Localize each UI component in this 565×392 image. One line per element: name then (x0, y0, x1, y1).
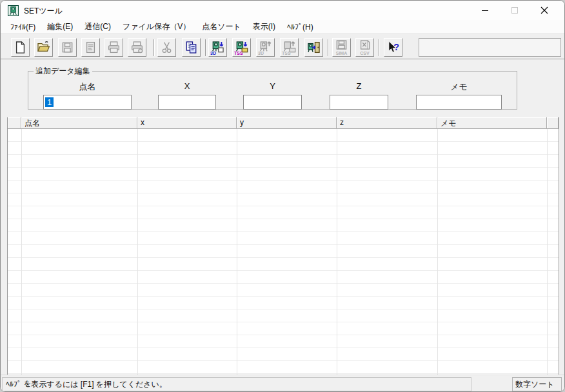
open-folder-icon (37, 41, 50, 54)
save-icon (61, 41, 74, 54)
menu-communication[interactable]: 通信(C) (79, 19, 117, 34)
new-document-icon (14, 41, 27, 54)
label-y: Y (243, 81, 302, 91)
status-sort-mode: 数字ソート (512, 377, 562, 391)
minimize-icon (482, 7, 489, 14)
point-name-input[interactable]: 1 (43, 95, 132, 110)
maximize-icon (511, 7, 519, 14)
toolbar-separator (154, 39, 155, 56)
memo-input[interactable] (416, 95, 502, 110)
send-tss-button: TSS (280, 38, 299, 57)
label-point-name: 点名 (43, 81, 132, 93)
receive-tss-button[interactable]: TSS (232, 38, 251, 57)
header-memo[interactable]: メモ (437, 117, 547, 129)
cut-button (157, 38, 176, 57)
toolbar-separator (379, 39, 380, 56)
label-memo: メモ (416, 81, 502, 93)
badge-3d: 3D (210, 51, 216, 56)
badge-3d-disabled: 3D (258, 51, 264, 56)
maximize-button[interactable] (500, 1, 530, 20)
grid-line (547, 129, 548, 375)
badge-tss: TSS (234, 51, 243, 56)
window-title: SETツール (24, 6, 63, 17)
y-input[interactable] (243, 95, 302, 110)
groupbox-legend: 追加データ編集 (34, 66, 92, 77)
badge-sima: SIMA (333, 51, 350, 56)
selected-value: 1 (45, 97, 54, 107)
print-setup-button (128, 38, 146, 57)
add-data-groupbox: 追加データ編集 点名 X Y Z メモ 1 (28, 66, 517, 110)
title-bar: SETツール (1, 1, 564, 20)
grid-line (237, 129, 237, 375)
app-icon (8, 5, 19, 16)
print-icon (107, 41, 121, 54)
menu-help[interactable]: ﾍﾙﾌﾟ(H) (281, 21, 319, 34)
close-icon (540, 6, 548, 14)
exit-transfer-icon (307, 41, 321, 54)
copy-icon (184, 41, 198, 54)
grid-line (137, 129, 138, 375)
minimize-button[interactable] (470, 1, 500, 20)
header-stub (547, 117, 559, 129)
header-point-name[interactable]: 点名 (21, 117, 137, 129)
toolbar-separator (205, 39, 206, 56)
menu-view[interactable]: 表示(I) (247, 19, 281, 34)
menu-bar: ﾌｧｲﾙ(F) 編集(E) 通信(C) ファイル保存（V） 点名ソート 表示(I… (1, 20, 564, 34)
label-x: X (158, 81, 216, 91)
table-body[interactable] (8, 129, 559, 375)
app-window: SETツール ﾌｧｲﾙ(F) 編集(E) 通信(C) ファイル保存（V） 点名ソ… (0, 0, 565, 392)
header-row-selector[interactable] (8, 117, 21, 129)
receive-3d-button[interactable]: 3D (208, 38, 227, 57)
close-button[interactable] (530, 1, 559, 20)
label-z: Z (330, 81, 388, 91)
print-button (104, 38, 123, 57)
menu-edit[interactable]: 編集(E) (41, 19, 79, 34)
cut-icon (160, 41, 173, 54)
header-x[interactable]: x (137, 117, 237, 129)
save-sima-button: SIMA (332, 38, 351, 57)
z-input[interactable] (330, 95, 388, 110)
print-setup-icon (130, 41, 144, 54)
context-help-button[interactable]: ? (384, 38, 402, 57)
send-3d-button: 3D (256, 38, 275, 57)
svg-text:?: ? (393, 42, 399, 52)
save-button (58, 38, 77, 57)
toolbar-separator (328, 39, 329, 56)
open-button[interactable] (34, 38, 53, 57)
grid-line (437, 129, 438, 375)
toolbar: 3D TSS 3D (1, 34, 564, 59)
grid-line (337, 129, 337, 375)
help-pointer-icon: ? (386, 41, 400, 54)
edit-panel-area: 追加データ編集 点名 X Y Z メモ 1 (1, 59, 564, 117)
copy-button[interactable] (182, 38, 201, 57)
x-input[interactable] (158, 95, 216, 110)
menu-file[interactable]: ﾌｧｲﾙ(F) (5, 21, 41, 34)
menu-point-name-sort[interactable]: 点名ソート (196, 19, 247, 34)
badge-tss-disabled: TSS (282, 51, 291, 56)
grid-line (21, 129, 22, 375)
points-table: 点名 x y z メモ (7, 117, 559, 375)
badge-csv: CSV (356, 51, 373, 56)
toolbar-filter-box[interactable] (419, 38, 561, 57)
header-z[interactable]: z (337, 117, 437, 129)
header-y[interactable]: y (237, 117, 337, 129)
menu-file-save[interactable]: ファイル保存（V） (117, 19, 196, 34)
print-preview-button (81, 38, 100, 57)
new-button[interactable] (11, 38, 30, 57)
save-csv-button: CSV (355, 38, 374, 57)
table-header: 点名 x y z メモ (8, 117, 559, 129)
status-help-text: ﾍﾙﾌﾟ を表示するには [F1] を押してください。 (2, 377, 471, 391)
exit-transfer-button[interactable] (304, 38, 323, 57)
status-bar: ﾍﾙﾌﾟ を表示するには [F1] を押してください。 数字ソート (1, 375, 564, 392)
print-preview-icon (84, 41, 97, 54)
